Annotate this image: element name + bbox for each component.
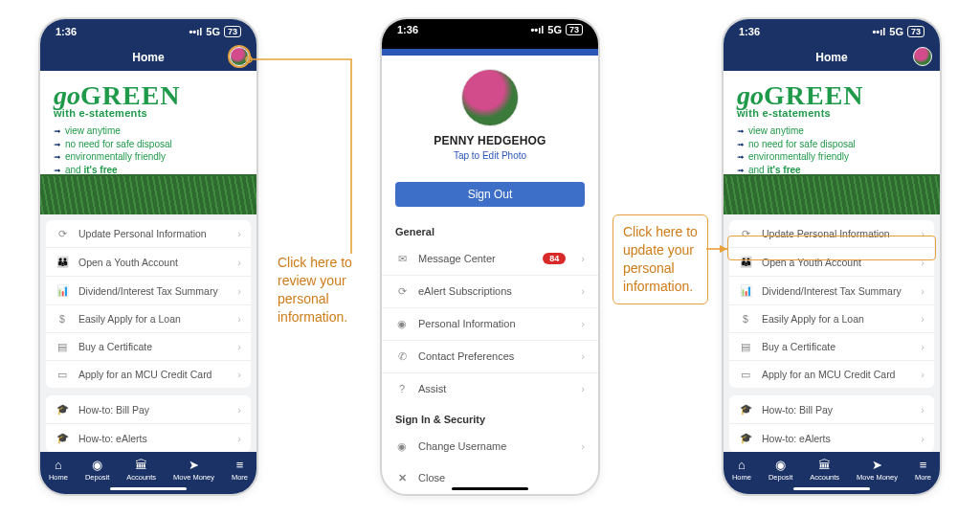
network-label: 5G bbox=[889, 26, 903, 37]
nav-deposit[interactable]: ◉Deposit bbox=[768, 459, 792, 482]
general-item-4-label: Assist bbox=[418, 383, 446, 394]
menu-icon: ≡ bbox=[236, 459, 244, 471]
refresh-icon: ⟳ bbox=[395, 285, 409, 298]
home-indicator bbox=[452, 487, 528, 490]
nav-label: Deposit bbox=[768, 473, 792, 482]
quick-link-5-label: Apply for an MCU Credit Card bbox=[78, 369, 212, 380]
menu-icon: ≡ bbox=[920, 459, 927, 471]
sign-out-button[interactable]: Sign Out bbox=[395, 182, 585, 207]
nav-home[interactable]: ⌂Home bbox=[49, 459, 68, 482]
quick-link-2[interactable]: 📊Dividend/Interest Tax Summary› bbox=[729, 277, 934, 305]
battery-icon: 73 bbox=[566, 24, 583, 35]
clock: 1:36 bbox=[397, 24, 418, 35]
chevron-right-icon: › bbox=[921, 369, 924, 380]
chevron-right-icon: › bbox=[237, 341, 241, 352]
nav-move-money[interactable]: ➤Move Money bbox=[857, 459, 898, 482]
nav-label: Home bbox=[49, 473, 68, 482]
chevron-right-icon: › bbox=[237, 433, 241, 444]
money-icon: $ bbox=[56, 313, 69, 325]
quick-link-1[interactable]: 👪Open a Youth Account› bbox=[46, 248, 251, 277]
page-title: Home bbox=[132, 51, 164, 64]
send-icon: ➤ bbox=[872, 459, 882, 471]
nav-more[interactable]: ≡More bbox=[232, 459, 248, 482]
signal-icon: ••ıl bbox=[189, 26, 202, 37]
nav-label: Accounts bbox=[810, 473, 839, 482]
nav-accounts[interactable]: 🏛Accounts bbox=[126, 459, 156, 482]
quick-link-3[interactable]: $Easily Apply for a Loan› bbox=[46, 305, 251, 333]
clock: 1:36 bbox=[739, 26, 760, 37]
nav-label: Accounts bbox=[126, 473, 156, 482]
quick-link-5[interactable]: ▭Apply for an MCU Credit Card› bbox=[46, 361, 251, 388]
nav-move-money[interactable]: ➤Move Money bbox=[173, 459, 214, 482]
nav-label: Deposit bbox=[85, 473, 109, 482]
network-label: 5G bbox=[547, 24, 562, 35]
howto-link-1-label: How-to: eAlerts bbox=[78, 433, 147, 444]
title-bar: Home bbox=[40, 44, 256, 71]
howto-links: 🎓How-to: Bill Pay›🎓How-to: eAlerts› bbox=[729, 395, 934, 452]
nav-label: More bbox=[915, 473, 931, 482]
general-item-3[interactable]: ✆Contact Preferences› bbox=[382, 341, 598, 373]
person-icon: ◉ bbox=[395, 318, 409, 330]
howto-link-0[interactable]: 🎓How-to: Bill Pay› bbox=[729, 395, 934, 424]
edit-photo-link[interactable]: Tap to Edit Photo bbox=[395, 150, 585, 161]
quick-link-0[interactable]: ⟳Update Personal Information› bbox=[46, 220, 251, 248]
quick-link-1-label: Open a Youth Account bbox=[78, 257, 178, 268]
quick-link-2-label: Dividend/Interest Tax Summary bbox=[78, 285, 218, 297]
home-icon: ⌂ bbox=[55, 459, 62, 471]
quick-link-2[interactable]: 📊Dividend/Interest Tax Summary› bbox=[46, 277, 251, 305]
gogreen-banner[interactable]: goGREEN with e-statements view anytime n… bbox=[724, 71, 940, 214]
quick-link-4[interactable]: ▤Buy a Certificate› bbox=[46, 333, 251, 361]
close-icon: ✕ bbox=[395, 472, 409, 484]
chevron-right-icon: › bbox=[921, 433, 924, 444]
profile-avatar-large[interactable] bbox=[461, 69, 519, 126]
gogreen-banner[interactable]: goGREEN with e-statements view anytime n… bbox=[40, 71, 256, 214]
refresh-icon: ⟳ bbox=[56, 228, 69, 239]
camera-icon: ◉ bbox=[775, 459, 786, 471]
quick-link-4[interactable]: ▤Buy a Certificate› bbox=[729, 333, 934, 361]
howto-link-1[interactable]: 🎓How-to: eAlerts› bbox=[46, 424, 251, 452]
quick-link-2-label: Dividend/Interest Tax Summary bbox=[762, 285, 902, 297]
howto-link-0-label: How-to: Bill Pay bbox=[762, 404, 833, 416]
chevron-right-icon: › bbox=[237, 257, 241, 268]
nav-home[interactable]: ⌂Home bbox=[732, 459, 751, 482]
profile-avatar[interactable] bbox=[913, 47, 932, 66]
howto-link-1-label: How-to: eAlerts bbox=[762, 433, 831, 444]
howto-link-0[interactable]: 🎓How-to: Bill Pay› bbox=[46, 395, 251, 424]
chevron-right-icon: › bbox=[237, 228, 241, 239]
grass-decoration bbox=[40, 174, 256, 214]
chevron-right-icon: › bbox=[921, 313, 924, 325]
profile-name: PENNY HEDGEHOG bbox=[395, 134, 585, 147]
howto-link-1[interactable]: 🎓How-to: eAlerts› bbox=[729, 424, 934, 452]
general-item-4[interactable]: ?Assist› bbox=[382, 373, 598, 404]
nav-deposit[interactable]: ◉Deposit bbox=[85, 459, 109, 482]
card-icon: ▭ bbox=[56, 369, 69, 380]
quick-link-3[interactable]: $Easily Apply for a Loan› bbox=[729, 305, 934, 333]
security-item-0[interactable]: ◉Change Username› bbox=[382, 431, 598, 462]
general-item-2[interactable]: ◉Personal Information› bbox=[382, 308, 598, 341]
nav-label: Move Money bbox=[173, 473, 214, 482]
general-item-1[interactable]: ⟳eAlert Subscriptions› bbox=[382, 276, 598, 308]
nav-accounts[interactable]: 🏛Accounts bbox=[810, 459, 839, 482]
quick-link-5[interactable]: ▭Apply for an MCU Credit Card› bbox=[729, 361, 934, 388]
nav-more[interactable]: ≡More bbox=[915, 459, 931, 482]
signal-icon: ••ıl bbox=[872, 26, 885, 37]
mail-icon: ✉ bbox=[395, 253, 409, 265]
highlight-update-row bbox=[727, 236, 936, 260]
send-icon: ➤ bbox=[189, 459, 199, 471]
chevron-right-icon: › bbox=[921, 341, 924, 352]
tutorial-stage: 1:36 ••ıl 5G 73 Home goGREEN with e bbox=[0, 0, 980, 517]
cap-icon: 🎓 bbox=[56, 403, 69, 416]
chevron-right-icon: › bbox=[581, 285, 585, 297]
general-item-2-label: Personal Information bbox=[418, 318, 516, 329]
general-item-0[interactable]: ✉Message Center84› bbox=[382, 243, 598, 276]
chevron-right-icon: › bbox=[581, 253, 585, 264]
callout-review: Click here to review your personal infor… bbox=[278, 254, 373, 326]
chevron-right-icon: › bbox=[581, 350, 585, 362]
quick-link-4-label: Buy a Certificate bbox=[762, 341, 835, 352]
general-item-0-label: Message Center bbox=[418, 253, 496, 264]
howto-links: 🎓How-to: Bill Pay›🎓How-to: eAlerts› bbox=[46, 395, 251, 452]
title-bar: Home bbox=[724, 44, 940, 71]
chevron-right-icon: › bbox=[237, 369, 241, 380]
profile-avatar[interactable] bbox=[230, 47, 249, 66]
network-label: 5G bbox=[206, 26, 220, 37]
